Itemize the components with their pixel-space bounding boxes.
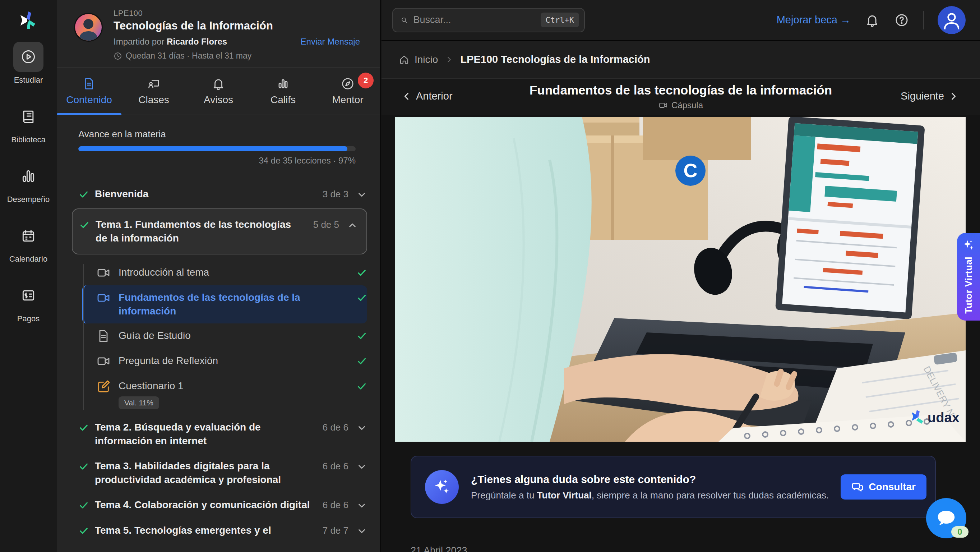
section-row-tema5[interactable]: Tema 5. Tecnologías emergentes y el 7 de… xyxy=(78,518,367,543)
user-avatar[interactable] xyxy=(938,6,966,34)
section-row-tema2[interactable]: Tema 2. Búsqueda y evaluación de informa… xyxy=(78,415,367,453)
tutor-virtual-tab[interactable]: Tutor Virtual xyxy=(957,233,980,321)
breadcrumb-home[interactable]: Inicio xyxy=(399,54,438,65)
tab-califs[interactable]: Califs xyxy=(251,67,315,115)
sparkles-icon xyxy=(433,478,451,496)
check-icon xyxy=(356,267,367,278)
check-icon xyxy=(356,292,367,303)
rail-item-pagos[interactable]: Pagos xyxy=(0,280,57,324)
main-content: Ctrl+K Mejorar beca → Inicio xyxy=(382,0,980,552)
bars-icon xyxy=(276,77,290,91)
notifications-button[interactable] xyxy=(864,12,880,28)
lesson-row[interactable]: Introducción al tema xyxy=(96,260,367,286)
bar-chart-icon xyxy=(21,168,36,184)
check-icon xyxy=(78,189,89,200)
chevron-down-icon xyxy=(356,423,367,433)
quiz-pencil-icon xyxy=(96,379,111,394)
lessons-list: Introducción al tema Fundamentos de las … xyxy=(83,260,367,415)
check-icon xyxy=(79,220,90,230)
chevron-down-icon xyxy=(356,500,367,511)
rail-nav: Estudiar Biblioteca Desempeño Calendario xyxy=(0,42,57,324)
help-button[interactable] xyxy=(894,12,910,28)
progress-bar xyxy=(78,146,356,151)
upgrade-scholarship-link[interactable]: Mejorar beca → xyxy=(777,14,851,26)
svg-text:udax: udax xyxy=(928,410,959,425)
chat-fab-button[interactable]: 0 xyxy=(926,498,966,538)
rail-label: Calendario xyxy=(10,254,48,264)
tab-avisos[interactable]: Avisos xyxy=(186,67,251,115)
progress-label: Avance en la materia xyxy=(78,129,356,140)
chat-bubbles-icon xyxy=(851,481,864,493)
calendar-icon xyxy=(21,228,36,244)
topbar: Ctrl+K Mejorar beca → xyxy=(382,0,980,41)
section-check xyxy=(78,498,95,512)
deadline-row: Quedan 31 días · Hasta el 31 may xyxy=(113,51,360,61)
progress-summary: 34 de 35 lecciones · 97% xyxy=(78,156,356,166)
banner-text: ¿Tienes alguna duda sobre este contenido… xyxy=(471,473,841,501)
section-check xyxy=(78,523,95,538)
brand-logo-icon[interactable] xyxy=(18,10,39,31)
rail-item-calendario[interactable]: Calendario xyxy=(0,221,57,264)
lesson-type: Cápsula xyxy=(382,100,980,110)
estudiar-tile xyxy=(13,42,43,72)
send-message-link[interactable]: Enviar Mensaje xyxy=(301,37,360,47)
pagos-tile xyxy=(13,280,43,311)
course-title: Tecnologías de la Información xyxy=(113,19,360,32)
question-circle-icon xyxy=(894,13,909,27)
check-icon xyxy=(78,500,89,511)
lesson-row[interactable]: Guía de Estudio xyxy=(96,324,367,349)
section-row-tema4[interactable]: Tema 4. Colaboración y comunicación digi… xyxy=(78,492,367,518)
course-tabs: Contenido Clases Avisos Califs Mentor 2 xyxy=(57,67,380,115)
lesson-weight-badge: Val. 11% xyxy=(119,396,159,409)
lesson-row-quiz[interactable]: Cuestionario 1 Val. 11% xyxy=(96,374,367,415)
instructor-line: Impartido por Ricardo Flores xyxy=(113,37,227,47)
tab-mentor[interactable]: Mentor 2 xyxy=(315,67,380,115)
lesson-header: Fundamentos de las tecnologías de la inf… xyxy=(382,83,980,110)
course-panel: LPE100 Tecnologías de la Información Imp… xyxy=(57,0,381,552)
sparkles-badge xyxy=(425,470,459,504)
tab-contenido[interactable]: Contenido xyxy=(57,67,121,115)
chevron-up-icon xyxy=(347,220,358,231)
book-icon xyxy=(21,108,36,124)
chat-unread-badge: 0 xyxy=(951,526,969,538)
chevron-down-icon xyxy=(356,189,367,200)
next-lesson-button[interactable]: Siguiente xyxy=(900,90,958,102)
section-check xyxy=(78,459,95,473)
search-input[interactable] xyxy=(414,14,541,26)
course-meta: LPE100 Tecnologías de la Información Imp… xyxy=(113,9,360,61)
chevron-right-icon xyxy=(445,56,453,64)
search-icon xyxy=(401,15,408,26)
rail-item-biblioteca[interactable]: Biblioteca xyxy=(0,101,57,144)
content-date: 21 Abril 2023 xyxy=(410,545,980,552)
rail-item-estudiar[interactable]: Estudiar xyxy=(0,42,57,85)
rail-item-desempeno[interactable]: Desempeño xyxy=(0,161,57,204)
lesson-row[interactable]: Pregunta de Reflexión xyxy=(96,349,367,374)
section-check xyxy=(78,420,95,434)
consult-button[interactable]: Consultar xyxy=(841,474,926,499)
progress-fill xyxy=(78,146,347,151)
sidebar-rail: Estudiar Biblioteca Desempeño Calendario xyxy=(0,0,57,552)
deadline-text: Quedan 31 días · Hasta el 31 may xyxy=(126,51,251,61)
tab-clases[interactable]: Clases xyxy=(121,67,186,115)
rail-label: Biblioteca xyxy=(11,135,45,144)
lesson-row-active[interactable]: Fundamentos de las tecnologías de la inf… xyxy=(82,286,367,324)
sparkles-icon xyxy=(962,239,975,252)
lesson-scroll-area: C xyxy=(382,117,980,552)
video-icon xyxy=(96,291,111,305)
clock-icon xyxy=(113,52,122,61)
video-scene: C xyxy=(395,117,966,442)
section-row-bienvenida[interactable]: Bienvenida 3 de 3 xyxy=(78,182,367,207)
section-card-tema1[interactable]: Tema 1. Fundamentos de las tecnologías d… xyxy=(72,209,367,254)
instructor-name: Ricardo Flores xyxy=(167,37,227,46)
video-icon xyxy=(659,101,668,110)
biblioteca-tile xyxy=(13,101,43,132)
video-player[interactable]: C xyxy=(395,117,966,442)
course-header: LPE100 Tecnologías de la Información Imp… xyxy=(57,0,380,67)
tutor-tab-label: Tutor Virtual xyxy=(963,257,974,314)
banner-title: ¿Tienes alguna duda sobre este contenido… xyxy=(471,473,841,485)
search-box[interactable]: Ctrl+K xyxy=(392,8,585,32)
mentor-badge: 2 xyxy=(358,73,374,88)
play-circle-icon xyxy=(21,49,36,65)
section-row-tema3[interactable]: Tema 3. Habilidades digitales para la pr… xyxy=(78,453,367,492)
rail-label: Desempeño xyxy=(7,195,50,204)
